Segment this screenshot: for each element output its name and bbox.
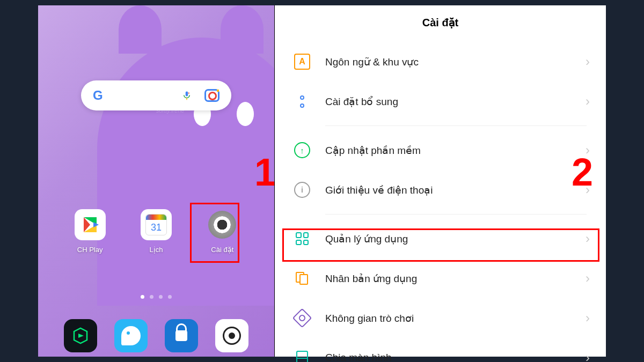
lens-icon[interactable] — [204, 89, 219, 102]
highlight-box-1 — [190, 203, 239, 263]
kiwi-icon — [121, 326, 141, 345]
item-label: Giới thiệu về điện thoại — [325, 184, 586, 196]
app-calendar[interactable]: 31 Lịch — [132, 209, 180, 254]
settings-item-about[interactable]: i Giới thiệu về điện thoại › — [275, 170, 606, 210]
app-label: Lịch — [150, 246, 163, 254]
item-label: Cài đặt bổ sung — [325, 95, 586, 108]
game-icon — [294, 310, 310, 326]
clone-icon — [294, 270, 310, 286]
lock-icon — [175, 330, 187, 341]
dock-app-camera[interactable] — [215, 319, 248, 352]
dock-app-video[interactable] — [64, 319, 97, 352]
svg-rect-0 — [186, 92, 188, 97]
camera-icon — [223, 327, 241, 345]
item-label: Nhân bản ứng dụng — [325, 272, 586, 285]
google-search-widget[interactable]: G — [81, 80, 231, 110]
additional-icon — [294, 93, 310, 109]
dock-app-lock[interactable] — [165, 319, 198, 352]
info-icon: i — [294, 182, 310, 198]
page-dot[interactable] — [159, 295, 163, 299]
chevron-right-icon: › — [586, 311, 590, 326]
page-dot[interactable] — [141, 295, 144, 299]
google-logo: G — [93, 88, 103, 103]
page-indicator — [141, 295, 172, 299]
split-icon — [294, 350, 310, 362]
app-label: CH Play — [77, 246, 103, 254]
wallpaper-cat — [97, 38, 274, 306]
chevron-right-icon: › — [586, 94, 590, 109]
settings-item-language[interactable]: A Ngôn ngữ & khu vực › — [275, 42, 606, 82]
item-label: Ngôn ngữ & khu vực — [325, 56, 586, 68]
settings-item-split-screen[interactable]: Chia màn hình › — [275, 338, 606, 362]
item-label: Chia màn hình — [325, 352, 586, 362]
mic-icon[interactable] — [182, 88, 192, 102]
divider — [325, 125, 587, 126]
settings-item-game-space[interactable]: Không gian trò chơi › — [275, 298, 606, 338]
update-icon: ↑ — [294, 142, 310, 158]
home-screen: softly.irene G 1 CH Play 31 Lịch Cài — [38, 5, 274, 357]
settings-screen: Cài đặt A Ngôn ngữ & khu vực › Cài đặt b… — [274, 5, 606, 357]
item-label: Không gian trò chơi — [325, 312, 586, 324]
annotation-step-1: 1 — [254, 150, 274, 194]
wallpaper-eye — [237, 102, 254, 126]
app-ch-play[interactable]: CH Play — [66, 209, 114, 254]
page-dot[interactable] — [168, 295, 172, 299]
page-dot[interactable] — [150, 295, 153, 299]
app-settings[interactable]: Cài đặt — [198, 209, 246, 254]
chevron-right-icon: › — [586, 54, 590, 69]
language-icon: A — [294, 54, 310, 70]
svg-point-2 — [188, 92, 189, 93]
settings-title: Cài đặt — [275, 5, 606, 42]
app-row: CH Play 31 Lịch Cài đặt — [38, 209, 274, 254]
tutorial-frame: softly.irene G 1 CH Play 31 Lịch Cài — [38, 5, 606, 357]
settings-item-update[interactable]: ↑ Cập nhật phần mềm › — [275, 130, 606, 170]
chevron-right-icon: › — [586, 271, 590, 286]
dock — [38, 319, 274, 352]
settings-item-additional[interactable]: Cài đặt bổ sung › — [275, 82, 606, 121]
calendar-icon: 31 — [141, 209, 172, 240]
dock-app-kiwi[interactable] — [114, 319, 148, 352]
play-store-icon — [75, 209, 106, 240]
settings-item-app-clone[interactable]: Nhân bản ứng dụng › — [275, 258, 606, 298]
highlight-box-2 — [282, 228, 599, 262]
annotation-step-2: 2 — [572, 150, 593, 194]
item-label: Cập nhật phần mềm — [325, 144, 586, 157]
divider — [325, 214, 587, 215]
chevron-right-icon: › — [586, 350, 590, 362]
